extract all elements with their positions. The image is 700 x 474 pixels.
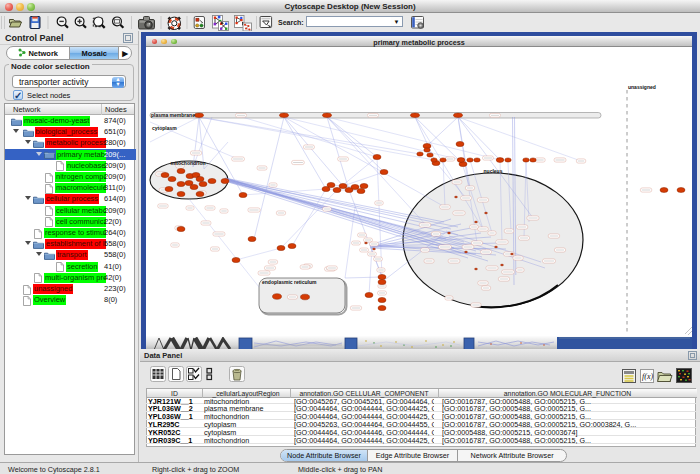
svg-text:nucleus: nucleus — [484, 168, 503, 174]
svg-text:plasma membrane: plasma membrane — [151, 112, 195, 118]
svg-text:endoplasmic reticulum: endoplasmic reticulum — [262, 279, 317, 285]
svg-text:mitochondrion: mitochondrion — [171, 160, 206, 166]
svg-text:unassigned: unassigned — [628, 84, 656, 90]
svg-text:cytoplasm: cytoplasm — [152, 125, 177, 131]
svg-text:f(x): f(x) — [642, 372, 653, 381]
